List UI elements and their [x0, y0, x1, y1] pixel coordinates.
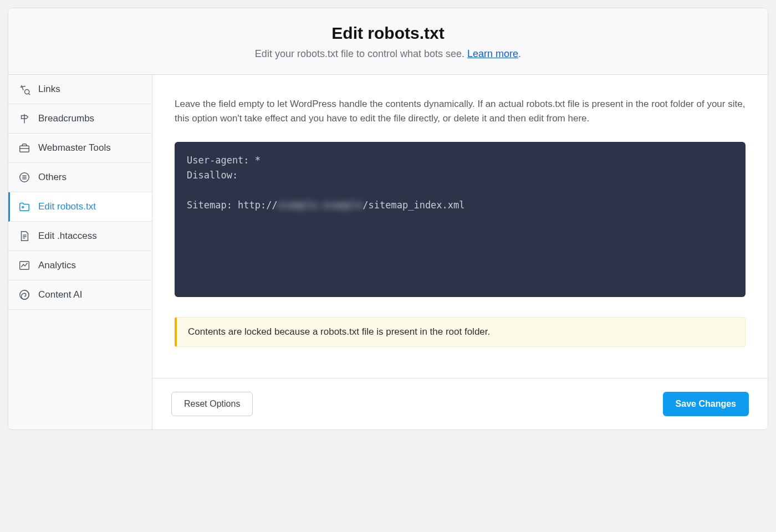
- svg-point-3: [22, 207, 24, 208]
- panel-footer: Reset Options Save Changes: [152, 378, 768, 429]
- sidebar-item-label: Content AI: [38, 289, 82, 300]
- sidebar-item-breadcrumbs[interactable]: Breadcrumbs: [8, 104, 152, 134]
- links-icon: [18, 83, 30, 95]
- robots-txt-editor[interactable]: User-agent: * Disallow: Sitemap: http://…: [175, 142, 746, 297]
- ai-spiral-icon: [18, 289, 30, 301]
- svg-point-0: [24, 89, 29, 94]
- sidebar-item-analytics[interactable]: Analytics: [8, 251, 152, 280]
- sidebar-item-label: Analytics: [38, 260, 76, 271]
- sidebar-item-edit-robots[interactable]: Edit robots.txt: [8, 192, 152, 222]
- list-circle-icon: [18, 171, 30, 183]
- sidebar: Links Breadcrumbs Webmaster Tools Others: [8, 75, 152, 429]
- sidebar-item-edit-htaccess[interactable]: Edit .htaccess: [8, 222, 152, 251]
- sidebar-item-label: Edit .htaccess: [38, 231, 97, 242]
- signpost-icon: [18, 112, 30, 125]
- content-area: Leave the field empty to let WordPress h…: [152, 75, 768, 429]
- save-changes-button[interactable]: Save Changes: [663, 392, 749, 416]
- sidebar-item-label: Others: [38, 172, 67, 183]
- panel-body: Links Breadcrumbs Webmaster Tools Others: [8, 75, 768, 429]
- chart-icon: [18, 259, 30, 272]
- folder-file-icon: [18, 201, 30, 213]
- reset-options-button[interactable]: Reset Options: [171, 392, 253, 416]
- sidebar-item-content-ai[interactable]: Content AI: [8, 280, 152, 310]
- redacted-host: example.example: [278, 200, 363, 211]
- sidebar-item-label: Breadcrumbs: [38, 113, 94, 124]
- document-icon: [18, 230, 30, 242]
- page-title: Edit robots.txt: [19, 24, 757, 43]
- toolbox-icon: [18, 142, 30, 154]
- panel-header: Edit robots.txt Edit your robots.txt fil…: [8, 8, 768, 75]
- sidebar-item-label: Webmaster Tools: [38, 142, 111, 154]
- sidebar-item-label: Edit robots.txt: [38, 201, 96, 212]
- sidebar-item-others[interactable]: Others: [8, 163, 152, 192]
- sidebar-item-label: Links: [38, 84, 60, 95]
- svg-rect-1: [20, 146, 29, 152]
- page-subtitle: Edit your robots.txt file to control wha…: [19, 48, 757, 60]
- learn-more-link[interactable]: Learn more: [467, 48, 518, 59]
- settings-panel: Edit robots.txt Edit your robots.txt fil…: [8, 8, 768, 430]
- sidebar-item-links[interactable]: Links: [8, 75, 152, 104]
- sidebar-item-webmaster-tools[interactable]: Webmaster Tools: [8, 134, 152, 163]
- locked-notice: Contents are locked because a robots.txt…: [175, 317, 746, 347]
- field-description: Leave the field empty to let WordPress h…: [175, 97, 746, 126]
